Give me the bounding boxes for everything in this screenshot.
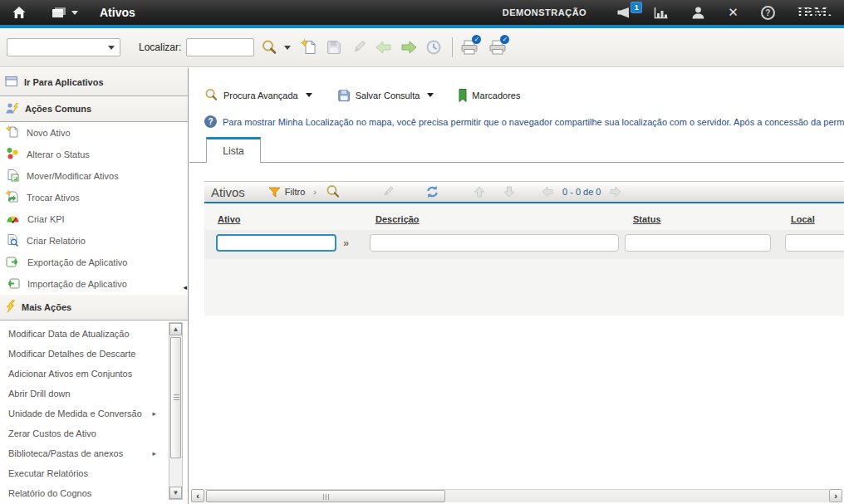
save-query-caret-icon[interactable] — [427, 93, 434, 97]
search-menu-caret-icon[interactable] — [284, 46, 291, 50]
section-label: Ir Para Aplicativos — [24, 77, 104, 87]
table-search-icon[interactable] — [325, 183, 341, 200]
scrollbar-thumb[interactable] — [206, 490, 445, 502]
scrollbar-track[interactable] — [204, 489, 829, 502]
sidebar-item-alterar-status[interactable]: Alterar o Status — [0, 144, 188, 165]
menu-item-label: Executar Relatórios — [8, 468, 88, 478]
sort-link[interactable]: Local — [791, 214, 815, 224]
sidebar-item-criar-relatorio[interactable]: Criar Relatório — [0, 230, 188, 252]
help-icon[interactable]: ? — [761, 6, 775, 20]
export-application-icon — [6, 256, 20, 270]
filter-advance-icon[interactable]: » — [343, 237, 349, 249]
localizar-input[interactable] — [186, 38, 254, 56]
menu-item[interactable]: Modificar Data de Atualização — [0, 324, 163, 344]
info-help-icon[interactable]: ? — [204, 115, 217, 128]
sort-link[interactable]: Descrição — [375, 214, 420, 224]
filter-input-local[interactable] — [785, 234, 844, 252]
section-label: Ações Comuns — [25, 104, 91, 114]
scroll-left-icon[interactable]: ‹ — [191, 489, 204, 502]
column-header-local: Local — [778, 203, 844, 230]
sidebar-section-more-actions[interactable]: Mais Ações — [0, 295, 188, 321]
filter-link[interactable]: Filtro — [285, 187, 305, 197]
refresh-icon[interactable] — [424, 183, 441, 200]
filter-cell-status — [620, 234, 778, 252]
sort-link[interactable]: Ativo — [218, 214, 241, 224]
filter-toggle[interactable]: Filtro — [268, 187, 305, 198]
topbar-right-cluster: DEMONSTRAÇÃO 1 ✕ ? IBM. — [503, 0, 832, 25]
table-title: Ativos — [211, 185, 245, 199]
sidebar-item-criar-kpi[interactable]: Criar KPI — [0, 208, 188, 230]
close-icon[interactable]: ✕ — [728, 5, 738, 20]
toolbar-divider — [452, 37, 453, 57]
menu-item[interactable]: Adicionar Ativos em Conjuntos — [0, 364, 163, 384]
print-icon[interactable]: ✓ — [459, 37, 479, 57]
new-record-icon[interactable] — [299, 37, 319, 57]
sidebar-collapse-icon[interactable]: ◂ — [183, 283, 187, 291]
menu-item[interactable]: Abrir Drill down — [0, 384, 163, 404]
sidebar-item-go-to-applications[interactable]: Ir Para Aplicativos — [0, 68, 188, 96]
bookmarks-button[interactable]: Marcadores — [459, 89, 520, 102]
table-filter-row: » — [204, 230, 844, 259]
submenu-arrow-icon: ▸ — [152, 409, 156, 418]
menu-item[interactable]: Relatório do Cognos — [0, 483, 163, 503]
advanced-search-button[interactable]: Procura Avançada — [204, 88, 312, 102]
sidebar-section-common-actions[interactable]: Ações Comuns — [0, 96, 188, 122]
save-query-icon — [337, 89, 351, 102]
sidebar-item-novo-ativo[interactable]: Novo Ativo — [0, 122, 188, 144]
print-preview-icon[interactable]: ✓ — [488, 37, 508, 57]
sidebar: Ir Para Aplicativos Ações Comuns Novo At… — [0, 68, 189, 504]
sidebar-scrollbar[interactable]: ▲ ▼ — [169, 322, 183, 500]
menu-item[interactable]: Unidade de Medida e Conversão▸ — [0, 404, 163, 423]
query-select[interactable] — [7, 38, 120, 56]
menu-item-label: Abrir Drill down — [8, 389, 71, 399]
sidebar-item-label: Novo Ativo — [27, 128, 71, 138]
sidebar-item-label: Criar Relatório — [27, 236, 86, 246]
reports-chart-icon[interactable] — [654, 7, 669, 19]
table-header-row: Ativo Descrição Status Local — [204, 203, 844, 230]
save-query-label: Salvar Consulta — [356, 91, 420, 100]
advanced-search-caret-icon[interactable] — [306, 93, 312, 97]
query-select-input[interactable] — [10, 40, 103, 55]
filter-input-status[interactable] — [625, 234, 771, 252]
edit-icon — [380, 183, 396, 200]
sidebar-item-mover-modificar[interactable]: Mover/Modificar Ativos — [0, 165, 188, 187]
assets-table: Ativos Filtro › — [204, 181, 844, 316]
sidebar-item-trocar-ativos[interactable]: Trocar Ativos — [0, 187, 188, 208]
sort-link[interactable]: Status — [633, 214, 661, 224]
menu-item[interactable]: Biblioteca/Pastas de anexos▸ — [0, 443, 163, 463]
info-message-row: ? Para mostrar Minha Localização no mapa… — [204, 115, 844, 128]
scroll-down-icon[interactable]: ▼ — [169, 487, 182, 499]
menu-item[interactable]: Zerar Custos de Ativo — [0, 423, 163, 443]
next-record-icon[interactable] — [399, 37, 419, 57]
filter-input-descricao[interactable] — [370, 234, 619, 252]
main-content: Procura Avançada Salvar Consulta Marcado… — [189, 68, 844, 504]
caret-down-icon[interactable] — [108, 46, 115, 50]
menu-item[interactable]: Modificar Detalhes de Descarte — [0, 344, 163, 364]
save-query-button[interactable]: Salvar Consulta — [337, 89, 434, 102]
ibm-logo: IBM. — [797, 4, 832, 21]
filter-cell-descricao — [362, 234, 620, 252]
caret-down-icon — [71, 11, 78, 15]
filter-input-ativo[interactable] — [216, 234, 336, 252]
notification-badge: 1 — [631, 2, 642, 13]
magnifier-icon — [204, 88, 218, 102]
horizontal-scrollbar[interactable]: ‹ › — [191, 489, 842, 502]
announcements-icon[interactable]: 1 — [616, 7, 631, 19]
sidebar-item-importacao[interactable]: Importação de Aplicativo — [0, 273, 188, 295]
menu-item-label: Modificar Data de Atualização — [8, 329, 130, 339]
profile-icon[interactable] — [691, 6, 705, 19]
menu-item[interactable]: Executar Relatórios — [0, 463, 163, 483]
sidebar-item-exportacao[interactable]: Exportação de Aplicativo — [0, 252, 188, 273]
clear-changes-icon — [349, 37, 369, 57]
filter-cell-ativo: » — [204, 234, 362, 252]
tab-lista[interactable]: Lista — [206, 137, 261, 163]
app-switcher-icon[interactable] — [52, 7, 78, 19]
scroll-right-icon[interactable]: › — [829, 489, 842, 502]
search-icon[interactable] — [259, 37, 279, 57]
previous-page-icon — [539, 183, 556, 200]
scroll-up-icon[interactable]: ▲ — [169, 323, 182, 335]
scrollbar-thumb[interactable] — [170, 337, 181, 458]
sidebar-item-label: Alterar o Status — [27, 149, 90, 159]
topbar: Ativos DEMONSTRAÇÃO 1 ✕ ? IBM. — [0, 0, 844, 25]
home-icon[interactable] — [10, 6, 28, 19]
